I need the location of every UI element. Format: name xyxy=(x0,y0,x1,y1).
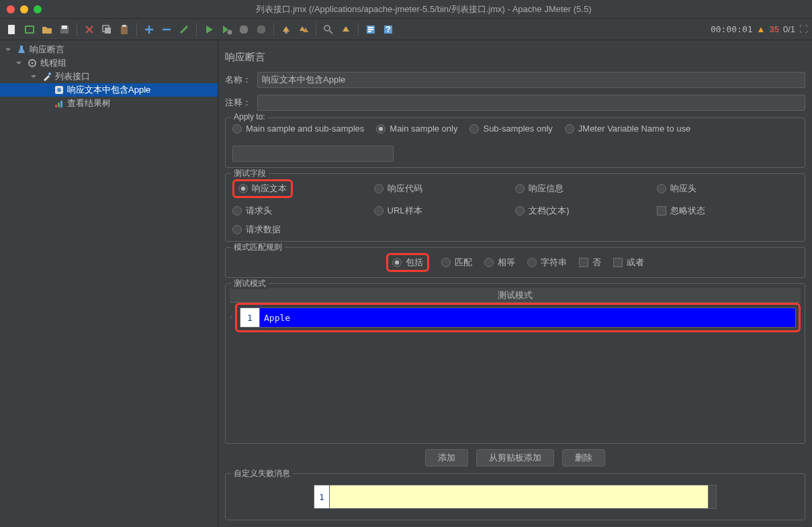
pattern-row-1[interactable]: 1 Apple xyxy=(240,307,796,328)
field-document[interactable]: 文档(文本) xyxy=(515,205,657,217)
ignore-status-checkbox[interactable]: 忽略状态 xyxy=(657,205,799,217)
expand-indicator-icon[interactable]: ⛶ xyxy=(799,24,808,34)
tree-node-results[interactable]: 查看结果树 xyxy=(0,97,218,110)
apply-jmeter-var[interactable]: JMeter Variable Name to use xyxy=(565,124,690,134)
apply-to-fieldset: Apply to: Main sample and sub-samples Ma… xyxy=(225,117,805,168)
clear-all-icon[interactable] xyxy=(296,21,312,38)
run-icon[interactable] xyxy=(201,21,217,38)
comment-input[interactable] xyxy=(257,95,805,111)
run-notimer-icon[interactable] xyxy=(218,21,234,38)
rule-not-checkbox[interactable]: 否 xyxy=(579,256,601,269)
tree-node-thread-group[interactable]: 线程组 xyxy=(0,56,218,70)
stop-icon[interactable] xyxy=(236,21,252,38)
svg-rect-15 xyxy=(368,31,371,32)
warning-icon[interactable]: ▲ xyxy=(757,24,766,34)
checkbox-label: 否 xyxy=(592,256,601,269)
svg-rect-25 xyxy=(60,101,62,107)
failure-message-cell[interactable] xyxy=(330,485,709,509)
error-count: 35 xyxy=(769,24,778,34)
apply-main-only[interactable]: Main sample only xyxy=(376,124,457,134)
table-grip[interactable]: ::: xyxy=(230,303,235,332)
svg-rect-24 xyxy=(58,103,60,107)
svg-point-19 xyxy=(32,62,34,64)
name-input[interactable] xyxy=(257,72,805,88)
chevron-down-icon[interactable] xyxy=(30,73,38,81)
radio-label: 包括 xyxy=(406,256,423,269)
test-plan-tree[interactable]: 响应断言 线程组 列表接口 响应文本中包含Apple 查看结果树 xyxy=(0,40,218,527)
close-icon[interactable] xyxy=(7,5,15,13)
field-response-text[interactable]: 响应文本 xyxy=(232,179,293,198)
tree-node-sampler[interactable]: 列表接口 xyxy=(0,70,218,83)
svg-rect-10 xyxy=(285,32,287,34)
toolbar-divider xyxy=(136,23,137,36)
clear-icon[interactable] xyxy=(278,21,294,38)
radio-label: 响应头 xyxy=(670,183,696,195)
rule-match[interactable]: 匹配 xyxy=(441,256,472,269)
help-icon[interactable]: ? xyxy=(380,21,396,38)
collapse-icon[interactable] xyxy=(159,21,175,38)
delete-button[interactable]: 删除 xyxy=(562,449,605,467)
matching-rules-fieldset: 模式匹配规则 包括 匹配 相等 字符串 否 或者 xyxy=(225,247,805,278)
svg-rect-8 xyxy=(122,25,126,27)
rule-equals[interactable]: 相等 xyxy=(484,256,515,269)
apply-main-and-sub[interactable]: Main sample and sub-samples xyxy=(232,124,364,134)
field-url[interactable]: URL样本 xyxy=(374,205,516,217)
gear-icon xyxy=(27,58,38,68)
expand-icon[interactable] xyxy=(141,21,157,38)
rule-contains[interactable]: 包括 xyxy=(386,253,429,272)
row-number: 1 xyxy=(240,307,260,328)
open-icon[interactable] xyxy=(39,21,55,38)
jmeter-var-input[interactable] xyxy=(232,146,394,162)
svg-rect-6 xyxy=(105,28,111,34)
pattern-value[interactable]: Apple xyxy=(260,307,796,328)
field-response-message[interactable]: 响应信息 xyxy=(515,179,657,198)
patterns-fieldset: 测试模式 测试模式 ::: 1 Apple xyxy=(225,283,805,444)
toolbar-divider xyxy=(273,23,274,36)
radio-label: Sub-samples only xyxy=(483,124,552,134)
function-helper-icon[interactable] xyxy=(363,21,379,38)
cut-icon[interactable] xyxy=(81,21,97,38)
rule-substring[interactable]: 字符串 xyxy=(527,256,567,269)
failure-message-table[interactable]: 1 xyxy=(314,485,717,509)
flask-icon xyxy=(16,44,27,55)
assertion-icon xyxy=(54,85,64,95)
window-title: 列表接口.jmx (/Applications/apache-jmeter-5.… xyxy=(42,3,805,15)
reset-search-icon[interactable] xyxy=(338,21,354,38)
toolbar-divider xyxy=(316,23,316,36)
paste-icon[interactable] xyxy=(116,21,132,38)
tree-node-assertion-selected[interactable]: 响应文本中包含Apple xyxy=(0,83,218,97)
chevron-down-icon[interactable] xyxy=(4,46,12,54)
checkbox-label: 或者 xyxy=(627,256,644,269)
svg-point-11 xyxy=(324,26,330,31)
maximize-icon[interactable] xyxy=(34,5,42,13)
checkbox-label: 忽略状态 xyxy=(670,205,705,217)
name-label: 名称： xyxy=(225,74,252,86)
field-response-headers[interactable]: 响应头 xyxy=(657,179,799,198)
field-request-data[interactable]: 请求数据 xyxy=(232,224,374,236)
tree-label: 查看结果树 xyxy=(67,97,111,109)
add-from-clipboard-button[interactable]: 从剪贴板添加 xyxy=(476,449,554,467)
radio-label: 请求数据 xyxy=(246,224,281,236)
apply-sub-only[interactable]: Sub-samples only xyxy=(469,124,552,134)
templates-icon[interactable] xyxy=(21,21,38,38)
copy-icon[interactable] xyxy=(99,21,115,38)
toolbar-divider xyxy=(358,23,359,36)
window-titlebar: 列表接口.jmx (/Applications/apache-jmeter-5.… xyxy=(0,0,812,19)
chevron-down-icon[interactable] xyxy=(15,59,23,67)
tree-label: 列表接口 xyxy=(55,70,90,83)
field-request-headers[interactable]: 请求头 xyxy=(232,205,374,217)
save-icon[interactable] xyxy=(56,21,73,38)
new-icon[interactable] xyxy=(4,21,20,38)
shutdown-icon[interactable] xyxy=(253,21,269,38)
field-response-code[interactable]: 响应代码 xyxy=(374,179,516,198)
tree-node-assertion-root[interactable]: 响应断言 xyxy=(0,43,218,56)
search-icon[interactable] xyxy=(320,21,336,38)
thread-ratio: 0/1 xyxy=(783,24,795,34)
results-tree-icon xyxy=(54,98,64,109)
radio-label: 请求头 xyxy=(246,205,272,217)
svg-rect-2 xyxy=(26,27,33,32)
add-button[interactable]: 添加 xyxy=(425,449,468,467)
minimize-icon[interactable] xyxy=(20,5,28,13)
rule-or-checkbox[interactable]: 或者 xyxy=(613,256,644,269)
toggle-icon[interactable] xyxy=(176,21,192,38)
